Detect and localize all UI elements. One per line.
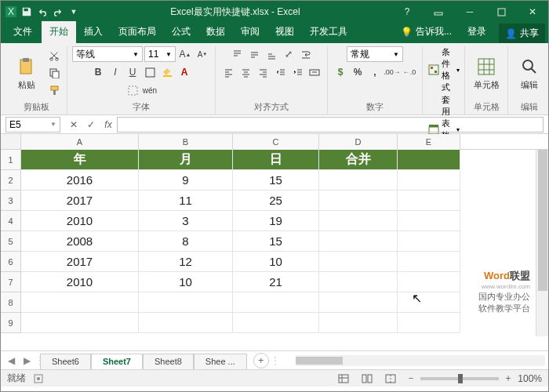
cell[interactable]: 2016 xyxy=(21,170,139,191)
cell[interactable]: 11 xyxy=(139,191,233,211)
formula-input[interactable] xyxy=(117,117,544,132)
conditional-format-button[interactable]: 条件格式▾ xyxy=(427,46,460,93)
col-header-B[interactable]: B xyxy=(139,134,233,150)
borders-dropdown[interactable] xyxy=(125,82,140,98)
accounting-format-button[interactable]: $ xyxy=(333,64,348,80)
wrap-text-button[interactable] xyxy=(298,46,314,62)
cell[interactable]: 19 xyxy=(233,211,319,231)
row-header-2[interactable]: 2 xyxy=(1,170,21,191)
col-header-A[interactable]: A xyxy=(21,134,139,150)
border-button[interactable] xyxy=(142,64,158,80)
name-box[interactable]: E5▼ xyxy=(5,117,60,132)
align-top-button[interactable] xyxy=(229,46,245,62)
cell[interactable]: 8 xyxy=(139,231,233,252)
cell[interactable] xyxy=(319,170,398,191)
save-icon[interactable] xyxy=(21,6,32,17)
italic-button[interactable]: I xyxy=(107,64,123,80)
sheet-nav-next[interactable]: ▶ xyxy=(20,354,34,368)
font-size-select[interactable]: 11▼ xyxy=(144,46,176,62)
merge-button[interactable] xyxy=(307,64,322,80)
hscroll-thumb[interactable] xyxy=(296,357,343,365)
decrease-decimal-button[interactable]: ←.0 xyxy=(402,64,417,80)
cell[interactable]: 9 xyxy=(139,170,233,191)
sheet-tab[interactable]: Shee ... xyxy=(194,354,247,369)
cell[interactable] xyxy=(319,292,398,313)
col-header-D[interactable]: D xyxy=(319,134,398,150)
cell[interactable]: 月 xyxy=(139,150,233,170)
cell[interactable] xyxy=(319,191,398,211)
redo-icon[interactable] xyxy=(53,6,64,17)
tab-layout[interactable]: 页面布局 xyxy=(111,21,164,43)
close-button[interactable]: ✕ xyxy=(517,1,548,23)
align-center-button[interactable] xyxy=(238,64,253,80)
font-color-button[interactable]: A xyxy=(176,64,192,80)
cell[interactable]: 2010 xyxy=(21,211,139,231)
cell[interactable]: 15 xyxy=(233,170,319,191)
tab-insert[interactable]: 插入 xyxy=(76,21,111,43)
cell[interactable] xyxy=(398,272,460,292)
col-header-C[interactable]: C xyxy=(233,134,319,150)
cell[interactable] xyxy=(398,231,460,252)
zoom-slider[interactable] xyxy=(420,377,499,380)
phonetic-button[interactable]: wén xyxy=(142,82,158,98)
cell[interactable]: 日 xyxy=(233,150,319,170)
row-header-5[interactable]: 5 xyxy=(1,231,21,252)
comma-button[interactable]: , xyxy=(367,64,383,80)
copy-button[interactable] xyxy=(46,65,62,81)
sheet-tab[interactable]: Sheet7 xyxy=(91,354,143,369)
cell[interactable]: 2017 xyxy=(21,191,139,211)
cell[interactable]: 12 xyxy=(139,252,233,272)
cell[interactable]: 年 xyxy=(21,150,139,170)
maximize-button[interactable] xyxy=(485,1,517,23)
paste-button[interactable]: 粘贴 xyxy=(10,54,43,93)
ribbon-options-button[interactable] xyxy=(423,1,454,23)
cell[interactable]: 25 xyxy=(233,191,319,211)
sheet-tab[interactable]: Sheet8 xyxy=(143,354,194,369)
grow-font-button[interactable]: A▲ xyxy=(177,46,193,62)
row-header-8[interactable]: 8 xyxy=(1,292,21,313)
view-pagebreak-button[interactable] xyxy=(383,371,398,387)
horizontal-scrollbar[interactable] xyxy=(296,355,545,366)
zoom-out-button[interactable]: － xyxy=(406,372,416,385)
increase-indent-button[interactable] xyxy=(289,64,305,80)
decrease-indent-button[interactable] xyxy=(272,64,288,80)
orientation-button[interactable]: ⤢ xyxy=(281,46,296,62)
cell[interactable] xyxy=(233,313,319,333)
cell[interactable] xyxy=(398,150,460,170)
cell[interactable] xyxy=(233,292,319,313)
cell[interactable]: 2010 xyxy=(21,272,139,292)
cell[interactable]: 2017 xyxy=(21,252,139,272)
undo-icon[interactable] xyxy=(37,6,48,17)
cell[interactable] xyxy=(139,292,233,313)
cancel-fx-button[interactable]: ✕ xyxy=(65,117,82,132)
format-painter-button[interactable] xyxy=(46,82,62,98)
cell[interactable]: 10 xyxy=(233,252,319,272)
macro-record-icon[interactable] xyxy=(34,374,43,383)
minimize-button[interactable]: ─ xyxy=(454,1,485,23)
cell[interactable] xyxy=(319,231,398,252)
fill-color-button[interactable] xyxy=(159,64,175,80)
cells-button[interactable]: 单元格 xyxy=(470,54,503,93)
cell[interactable]: 合并 xyxy=(319,150,398,170)
view-normal-button[interactable] xyxy=(336,371,351,387)
tab-view[interactable]: 视图 xyxy=(267,21,302,43)
row-header-6[interactable]: 6 xyxy=(1,252,21,272)
align-middle-button[interactable] xyxy=(246,46,262,62)
row-header-7[interactable]: 7 xyxy=(1,272,21,292)
align-right-button[interactable] xyxy=(255,64,271,80)
cell[interactable] xyxy=(21,292,139,313)
select-all-corner[interactable] xyxy=(1,134,21,149)
share-button[interactable]: 👤共享 xyxy=(499,24,545,43)
shrink-font-button[interactable]: A▼ xyxy=(195,46,210,62)
cell[interactable] xyxy=(398,292,460,313)
cell[interactable]: 3 xyxy=(139,211,233,231)
bold-button[interactable]: B xyxy=(90,64,106,80)
tab-home[interactable]: 开始 xyxy=(42,21,76,43)
cell[interactable] xyxy=(398,191,460,211)
cut-button[interactable] xyxy=(46,48,62,64)
col-header-E[interactable]: E xyxy=(398,134,460,150)
cell[interactable] xyxy=(398,313,460,333)
cell[interactable] xyxy=(398,252,460,272)
align-left-button[interactable] xyxy=(220,64,236,80)
cell[interactable] xyxy=(21,313,139,333)
